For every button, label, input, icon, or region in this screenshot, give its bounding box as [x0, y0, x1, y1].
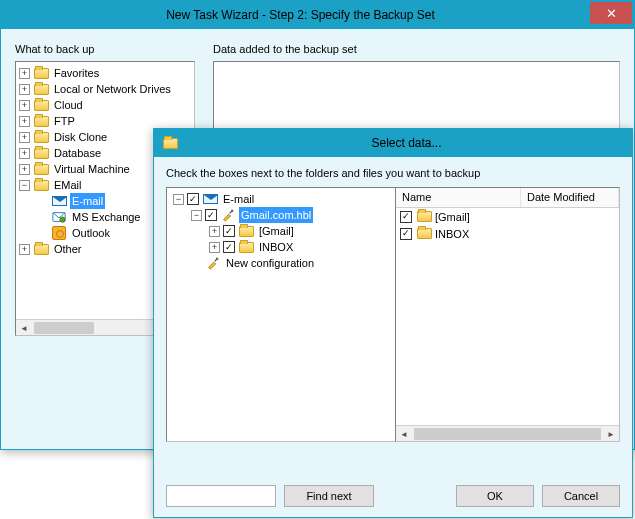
tree-item-label: E-mail: [221, 191, 256, 207]
expand-icon[interactable]: +: [19, 148, 30, 159]
checkbox[interactable]: [400, 228, 412, 240]
tree-item[interactable]: +Cloud: [19, 97, 194, 113]
expand-icon[interactable]: +: [19, 164, 30, 175]
tree-item-label: Disk Clone: [52, 129, 109, 145]
tree-item-label: Outlook: [70, 225, 112, 241]
folder-icon: [416, 209, 432, 225]
search-input[interactable]: [166, 485, 276, 507]
back-window-title: New Task Wizard - Step 2: Specify the Ba…: [11, 8, 590, 22]
scroll-left-icon[interactable]: ◄: [16, 320, 32, 336]
tree-item-label: Gmail.com.hbl: [239, 207, 313, 223]
expand-icon[interactable]: +: [209, 242, 220, 253]
tree-item[interactable]: −Gmail.com.hbl: [173, 207, 395, 223]
checkbox[interactable]: [223, 225, 235, 237]
tool-icon: [205, 255, 221, 271]
tree-item-label: Favorites: [52, 65, 101, 81]
tree-item-label: EMail: [52, 177, 84, 193]
folder-tree-panel: −E-mail−Gmail.com.hbl+[Gmail]+INBOXNew c…: [166, 187, 396, 442]
folder-icon: [33, 97, 49, 113]
list-scrollbar-horizontal[interactable]: ◄ ►: [396, 425, 619, 441]
tree-spacer: [37, 228, 48, 239]
select-data-window: Select data... Check the boxes next to t…: [153, 128, 633, 518]
folder-icon: [33, 177, 49, 193]
find-next-button[interactable]: Find next: [284, 485, 374, 507]
folder-icon: [33, 65, 49, 81]
tree-item[interactable]: +Local or Network Drives: [19, 81, 194, 97]
folder-icon: [416, 226, 432, 242]
checkbox[interactable]: [400, 211, 412, 223]
left-panel-label: What to back up: [15, 43, 195, 55]
exchange-icon: [51, 209, 67, 225]
folder-icon: [33, 161, 49, 177]
list-item-label: INBOX: [435, 228, 469, 240]
folder-icon: [33, 113, 49, 129]
expand-icon[interactable]: +: [19, 244, 30, 255]
tree-item-label: New configuration: [224, 255, 316, 271]
front-titlebar[interactable]: Select data...: [154, 129, 632, 157]
expand-icon[interactable]: +: [19, 100, 30, 111]
tree-item[interactable]: +INBOX: [173, 239, 395, 255]
list-item[interactable]: [Gmail]: [396, 208, 619, 225]
tree-item[interactable]: New configuration: [173, 255, 395, 271]
tree-item-label: Local or Network Drives: [52, 81, 173, 97]
tree-spacer: [37, 212, 48, 223]
tree-spacer: [37, 196, 48, 207]
tree-item-label: E-mail: [70, 193, 105, 209]
expand-icon[interactable]: +: [19, 116, 30, 127]
tree-item-label: Other: [52, 241, 84, 257]
back-titlebar[interactable]: New Task Wizard - Step 2: Specify the Ba…: [1, 1, 634, 29]
right-panel-label: Data added to the backup set: [213, 43, 620, 55]
ok-button[interactable]: OK: [456, 485, 534, 507]
folder-icon: [238, 223, 254, 239]
col-date[interactable]: Date Modified: [521, 188, 619, 207]
scroll-right-icon[interactable]: ►: [603, 426, 619, 442]
tree-item[interactable]: +FTP: [19, 113, 194, 129]
tree-item-label: Cloud: [52, 97, 85, 113]
expand-icon[interactable]: +: [19, 84, 30, 95]
checkbox[interactable]: [205, 209, 217, 221]
collapse-icon[interactable]: −: [173, 194, 184, 205]
tree-item[interactable]: +Favorites: [19, 65, 194, 81]
folder-icon: [33, 145, 49, 161]
tree-item-label: Virtual Machine: [52, 161, 132, 177]
list-item-label: [Gmail]: [435, 211, 470, 223]
mail-icon: [202, 191, 218, 207]
folder-icon: [162, 135, 178, 151]
tree-item-label: Database: [52, 145, 103, 161]
list-header[interactable]: Name Date Modified: [396, 188, 619, 208]
collapse-icon[interactable]: −: [19, 180, 30, 191]
scroll-thumb[interactable]: [34, 322, 94, 334]
checkbox[interactable]: [187, 193, 199, 205]
list-item[interactable]: INBOX: [396, 225, 619, 242]
tree-item-label: FTP: [52, 113, 77, 129]
expand-icon[interactable]: +: [209, 226, 220, 237]
tree-item[interactable]: +[Gmail]: [173, 223, 395, 239]
tree-item-label: INBOX: [257, 239, 295, 255]
expand-icon[interactable]: +: [19, 68, 30, 79]
collapse-icon[interactable]: −: [191, 210, 202, 221]
file-list-panel: Name Date Modified [Gmail]INBOX ◄ ►: [395, 187, 620, 442]
mail-icon: [51, 193, 67, 209]
col-name[interactable]: Name: [396, 188, 521, 207]
scroll-thumb[interactable]: [414, 428, 601, 440]
front-window-title: Select data...: [181, 136, 632, 150]
tree-spacer: [191, 258, 202, 269]
tool-icon: [220, 207, 236, 223]
folder-icon: [33, 129, 49, 145]
scroll-left-icon[interactable]: ◄: [396, 426, 412, 442]
tree-item-label: MS Exchange: [70, 209, 142, 225]
folder-icon: [33, 241, 49, 257]
instruction-text: Check the boxes next to the folders and …: [166, 167, 620, 179]
outlook-icon: [51, 225, 67, 241]
checkbox[interactable]: [223, 241, 235, 253]
folder-icon: [238, 239, 254, 255]
close-icon[interactable]: ✕: [590, 2, 632, 24]
expand-icon[interactable]: +: [19, 132, 30, 143]
cancel-button[interactable]: Cancel: [542, 485, 620, 507]
tree-item-label: [Gmail]: [257, 223, 296, 239]
folder-icon: [33, 81, 49, 97]
tree-item[interactable]: −E-mail: [173, 191, 395, 207]
svg-point-1: [60, 217, 65, 222]
